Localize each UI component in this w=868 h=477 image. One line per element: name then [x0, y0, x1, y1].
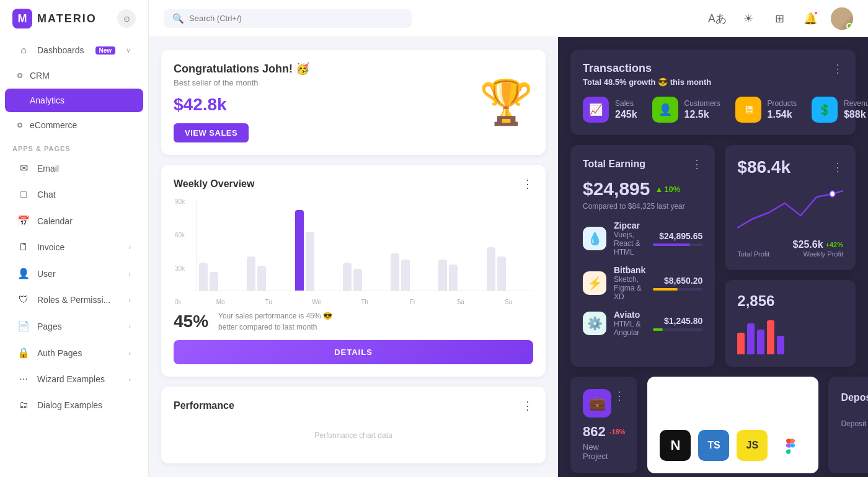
tx-label-revenue: Revenue	[844, 99, 868, 108]
calendar-icon: 📅	[17, 215, 30, 227]
profit-header: $86.4k ⋮	[737, 157, 843, 177]
javascript-logo[interactable]: JS	[737, 430, 768, 461]
project-big-number: 2,856	[737, 292, 843, 310]
project-badge: -18%	[609, 428, 626, 435]
total-profit-card: $86.4k ⋮ Total Profit	[725, 145, 856, 270]
project-menu[interactable]: ⋮	[614, 389, 625, 424]
chevron-right-icon: ›	[128, 296, 131, 304]
theme-button[interactable]: ☀	[738, 8, 759, 29]
wizard-icon: ···	[17, 374, 30, 385]
topbar: 🔍 Aあ ☀ ⊞ 🔔	[149, 0, 868, 37]
typescript-logo[interactable]: TS	[698, 430, 729, 461]
earning-badge: ▲ 10%	[655, 185, 680, 194]
grid-icon: ⊞	[775, 12, 784, 25]
transactions-header: Transactions Total 48.5% growth 😎 this m…	[583, 62, 843, 87]
sidebar-item-pages[interactable]: 📄 Pages ›	[5, 313, 143, 339]
earning-item-aviato: ⚙️ Aviato HTML & Angular $1,245.80	[583, 310, 702, 337]
performance-title: Performance	[174, 400, 234, 411]
sidebar-item-label: Invoice	[37, 242, 64, 252]
aviato-bar	[653, 328, 663, 331]
figma-logo[interactable]	[775, 430, 806, 461]
view-sales-button[interactable]: VIEW SALES	[174, 123, 249, 142]
search-input[interactable]	[189, 14, 403, 23]
performance-header: Performance ⋮	[174, 399, 533, 413]
sidebar-item-email[interactable]: ✉ Email	[5, 155, 143, 181]
sidebar-item-wizard[interactable]: ··· Wizard Examples ›	[5, 367, 143, 392]
sidebar-item-invoice[interactable]: 🗒 Invoice ›	[5, 235, 143, 260]
revenue-icon: 💲	[812, 97, 838, 123]
aviato-amount: $1,245.80	[653, 316, 702, 326]
earning-menu[interactable]: ⋮	[691, 157, 702, 171]
profit-menu[interactable]: ⋮	[832, 160, 843, 174]
sun-icon: ☀	[743, 12, 753, 25]
translate-icon: Aあ	[708, 11, 727, 26]
bitbank-amount: $8,650.20	[653, 276, 702, 286]
shield-icon: 🛡	[17, 294, 30, 305]
sidebar-item-dashboards[interactable]: ⌂ Dashboards New ∨	[5, 38, 143, 63]
user-avatar[interactable]	[831, 7, 853, 30]
sidebar-item-chat[interactable]: □ Chat	[5, 182, 143, 207]
bottom-row: 💼 ⋮ 862 -18% New Project N TS JS	[570, 377, 856, 473]
chat-icon: □	[17, 189, 30, 200]
earning-item-zipcar: 💧 Zipcar Vuejs, React & HTML $24,895.65	[583, 221, 702, 256]
deposit-title: Deposit	[841, 392, 868, 403]
transactions-menu[interactable]: ⋮	[832, 62, 843, 76]
search-bar[interactable]: 🔍	[164, 9, 412, 28]
transactions-subtitle: Total 48.5% growth 😎 this month	[583, 77, 711, 87]
project-title: New Project	[583, 442, 625, 461]
sidebar-item-calendar[interactable]: 📅 Calendar	[5, 208, 143, 234]
sidebar-item-user[interactable]: 👤 User ›	[5, 261, 143, 286]
chart-bar-group-su	[487, 247, 531, 291]
zipcar-progress	[653, 243, 702, 246]
chart-bar-group-we	[295, 210, 339, 291]
lock-icon: 🔒	[17, 347, 30, 359]
zipcar-tech: Vuejs, React & HTML	[614, 230, 645, 256]
bar-tu-2	[257, 266, 266, 291]
sidebar-collapse-button[interactable]: ⊙	[117, 9, 136, 28]
bar-fr-2	[401, 260, 410, 291]
next-logo[interactable]: N	[660, 430, 691, 461]
earning-list: 💧 Zipcar Vuejs, React & HTML $24,895.65	[583, 221, 702, 337]
weekly-bottom: 45% Your sales performance is 45% 😎bette…	[174, 310, 533, 333]
sidebar-item-ecommerce[interactable]: eCommerce	[5, 113, 143, 137]
sidebar-item-crm[interactable]: CRM	[5, 64, 143, 87]
sidebar-item-label: Roles & Permissi...	[37, 295, 110, 305]
sidebar-item-label: User	[37, 269, 56, 279]
chart-x-labels: Mo Tu We Th Fr Sa Su	[196, 299, 533, 305]
sidebar-item-label: Dashboards	[37, 45, 84, 55]
user-icon: 👤	[17, 268, 30, 279]
chart-bar-group-tu	[247, 256, 291, 291]
total-earning-card: Total Earning ⋮ $24,895 ▲ 10% Compared t…	[570, 145, 715, 367]
nav-dot-icon	[17, 73, 22, 78]
sidebar-item-dialog[interactable]: 🗂 Dialog Examples	[5, 393, 143, 418]
bitbank-info: Bitbank Sketch, Figma & XD	[614, 265, 645, 301]
bar-th-2	[353, 269, 362, 291]
translate-button[interactable]: Aあ	[707, 8, 728, 29]
grid-button[interactable]: ⊞	[769, 8, 790, 29]
tx-value-sales: 245k	[615, 109, 637, 120]
zipcar-bar	[653, 243, 690, 246]
weekly-overview-menu[interactable]: ⋮	[522, 177, 533, 191]
notification-dot	[813, 11, 818, 15]
search-icon: 🔍	[172, 13, 184, 24]
sidebar-item-roles[interactable]: 🛡 Roles & Permissi... ›	[5, 287, 143, 312]
details-button[interactable]: DETAILS	[174, 340, 533, 364]
notifications-button[interactable]: 🔔	[800, 8, 821, 29]
right-column: $86.4k ⋮ Total Profit	[725, 145, 856, 367]
sidebar-item-analytics[interactable]: Analytics	[5, 89, 143, 112]
tx-value-customers: 12.5k	[684, 109, 720, 120]
chart-bar-group-th	[343, 263, 387, 291]
invoice-icon: 🗒	[17, 242, 30, 253]
dialog-icon: 🗂	[17, 400, 30, 411]
sidebar-item-label: Chat	[37, 190, 56, 199]
congrats-amount: $42.8k	[174, 95, 469, 115]
transactions-title: Transactions	[583, 62, 711, 75]
performance-menu[interactable]: ⋮	[522, 399, 533, 413]
chart-y-labels: 90k 60k 30k 0k	[175, 198, 185, 305]
performance-content: Performance chart data	[174, 420, 533, 451]
nav-dot-icon	[17, 123, 22, 128]
zipcar-info: Zipcar Vuejs, React & HTML	[614, 221, 645, 256]
transactions-card: Transactions Total 48.5% growth 😎 this m…	[570, 50, 856, 135]
sidebar-item-auth[interactable]: 🔒 Auth Pages ›	[5, 340, 143, 365]
trophy-icon: 🏆	[479, 77, 533, 128]
